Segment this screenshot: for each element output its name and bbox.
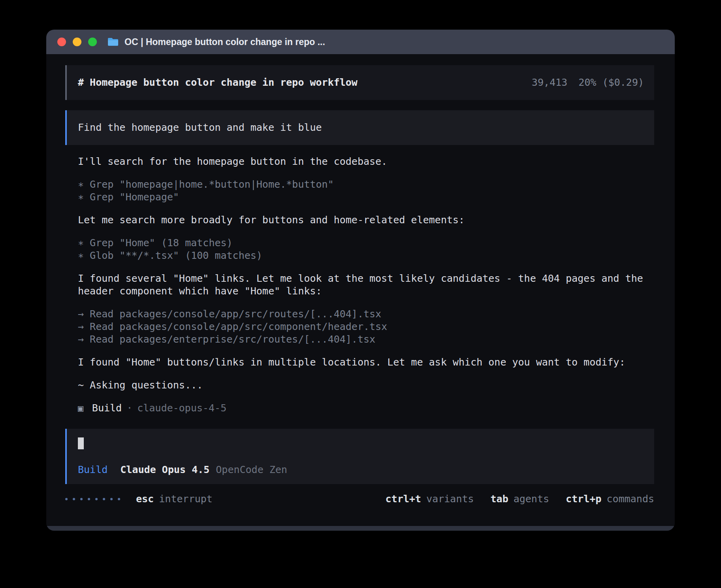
folder-icon [107, 37, 119, 47]
tool-call: ∗ Grep "homepage|home.*button|Home.*butt… [78, 178, 654, 191]
input-provider-label: OpenCode Zen [216, 464, 287, 476]
user-message: Find the homepage button and make it blu… [65, 110, 654, 145]
tool-call: → Read packages/console/app/src/routes/[… [78, 308, 654, 320]
prompt-input[interactable]: Build Claude Opus 4.5 OpenCode Zen [65, 429, 654, 484]
token-count: 39,413 [532, 76, 567, 89]
text-cursor [78, 437, 84, 449]
tool-call: ∗ Grep "Home" (18 matches) [78, 237, 654, 249]
tool-calls-search: ∗ Grep "homepage|home.*button|Home.*butt… [78, 178, 654, 204]
terminal-content: # Homepage button color change in repo w… [46, 54, 675, 526]
input-model-label[interactable]: Claude Opus 4.5 [120, 464, 210, 476]
tool-calls-broader: ∗ Grep "Home" (18 matches) ∗ Glob "**/*.… [78, 237, 654, 262]
session-title: # Homepage button color change in repo w… [78, 76, 357, 89]
session-header: # Homepage button color change in repo w… [65, 65, 654, 100]
context-cost: 20% ($0.29) [578, 76, 644, 89]
input-meta: Build Claude Opus 4.5 OpenCode Zen [78, 464, 644, 476]
tool-call: ∗ Glob "**/*.tsx" (100 matches) [78, 249, 654, 262]
input-mode-label[interactable]: Build [78, 464, 108, 476]
tool-call: → Read packages/enterprise/src/routes/[.… [78, 333, 654, 346]
agent-name: Build [92, 402, 122, 415]
agent-square-icon: ▣ [78, 402, 83, 415]
assistant-text: Let me search more broadly for buttons a… [78, 214, 654, 226]
agent-status-line: ▣ Build · claude-opus-4-5 [78, 402, 654, 415]
window-title: OC | Homepage button color change in rep… [125, 37, 325, 47]
session-stats: 39,413 20% ($0.29) [532, 76, 644, 89]
terminal-window: OC | Homepage button color change in rep… [46, 30, 675, 531]
traffic-lights [57, 38, 97, 46]
separator-dot: · [126, 402, 132, 415]
user-message-text: Find the homepage button and make it blu… [78, 122, 322, 133]
assistant-text: I found "Home" buttons/links in multiple… [78, 356, 654, 369]
progress-dots [65, 498, 120, 500]
assistant-text: I'll search for the homepage button in t… [78, 155, 654, 168]
zoom-button[interactable] [88, 38, 97, 46]
close-button[interactable] [57, 38, 66, 46]
tool-calls-read: → Read packages/console/app/src/routes/[… [78, 308, 654, 346]
status-bar: esc interrupt ctrl+t variants tab agents… [65, 493, 654, 505]
minimize-button[interactable] [73, 38, 81, 46]
shortcut-variants: ctrl+t variants [385, 493, 474, 505]
titlebar[interactable]: OC | Homepage button color change in rep… [46, 30, 675, 54]
tool-call: ∗ Grep "Homepage" [78, 191, 654, 204]
shortcut-interrupt: esc interrupt [136, 493, 213, 505]
esc-key: esc [136, 493, 154, 505]
assistant-text: I found several "Home" links. Let me loo… [78, 272, 654, 298]
tool-call: → Read packages/console/app/src/componen… [78, 320, 654, 333]
shortcut-commands: ctrl+p commands [566, 493, 654, 505]
asking-status: ~ Asking questions... [78, 379, 654, 392]
agent-model: claude-opus-4-5 [137, 402, 226, 415]
shortcut-agents: tab agents [491, 493, 549, 505]
